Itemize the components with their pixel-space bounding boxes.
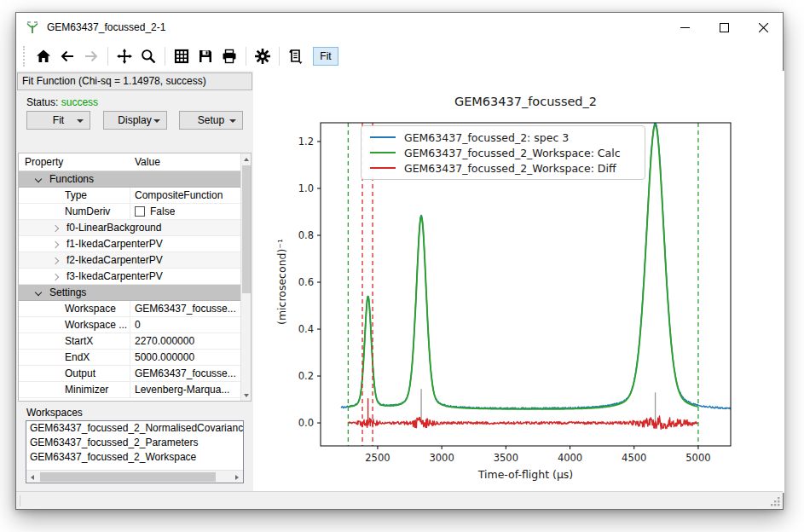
- print-button[interactable]: [217, 45, 241, 67]
- statusbar-divider: [20, 495, 20, 506]
- status-bar: [16, 491, 783, 509]
- value-cell[interactable]: False: [135, 205, 175, 217]
- chevron-right-icon[interactable]: [52, 257, 59, 264]
- value-cell[interactable]: GEM63437_focusse...: [135, 303, 236, 315]
- table-row[interactable]: OutputGEM63437_focusse...: [19, 366, 240, 382]
- y-tick-label: 1.0: [298, 182, 314, 194]
- grid-button[interactable]: [170, 45, 194, 67]
- settings-button[interactable]: [251, 45, 275, 67]
- workspace-list-item[interactable]: GEM63437_focussed_2_Workspace: [26, 450, 243, 465]
- chevron-down-icon: [153, 119, 160, 123]
- legend-line-spec: [370, 136, 396, 138]
- workspaces-list[interactable]: GEM63437_focussed_2_NormalisedCovariance…: [26, 420, 244, 483]
- display-dropdown-label: Display: [118, 114, 151, 126]
- x-tick-label: 4000: [558, 452, 582, 464]
- plot-canvas[interactable]: 2500300035004000450050000.00.20.40.60.81…: [253, 71, 784, 493]
- toolbar-grip[interactable]: [23, 46, 26, 66]
- toolbar: Fit: [16, 42, 783, 71]
- grid-icon: [173, 48, 190, 65]
- y-tick-label: 1.2: [298, 136, 314, 147]
- maximize-button[interactable]: [704, 13, 743, 42]
- table-row[interactable]: Workspace ...0: [19, 317, 240, 333]
- table-row[interactable]: f3-IkedaCarpenterPV: [19, 269, 240, 285]
- legend-label: GEM63437_focussed_2_Workspace: Diff: [404, 162, 616, 175]
- table-row[interactable]: StartX2270.000000: [19, 333, 240, 350]
- y-axis-label: (microsecond)⁻¹: [275, 231, 288, 333]
- scroll-right-arrow[interactable]: [231, 471, 243, 483]
- table-row[interactable]: Settings: [19, 285, 240, 301]
- value-cell[interactable]: 5000.000000: [135, 351, 194, 363]
- workspace-list-item[interactable]: GEM63437_focussed_2_NormalisedCovariance…: [26, 421, 243, 436]
- chevron-down-icon[interactable]: [35, 176, 42, 182]
- y-tick-label: 0.6: [298, 276, 314, 288]
- close-button[interactable]: [743, 13, 783, 42]
- generate-script-icon: [287, 48, 304, 65]
- function-label: f3-IkedaCarpenterPV: [67, 270, 163, 282]
- display-dropdown-button[interactable]: Display: [103, 111, 167, 130]
- forward-button[interactable]: [79, 45, 103, 67]
- back-button[interactable]: [55, 45, 79, 67]
- scroll-left-arrow[interactable]: [26, 471, 38, 483]
- back-arrow-icon: [59, 48, 76, 65]
- scrollbar-thumb[interactable]: [242, 165, 251, 293]
- setup-dropdown-button[interactable]: Setup: [179, 111, 243, 130]
- status-label: Status:: [26, 96, 58, 108]
- value-cell[interactable]: CompositeFunction: [135, 189, 223, 201]
- chevron-right-icon[interactable]: [52, 241, 59, 248]
- table-row[interactable]: EndX5000.000000: [19, 350, 240, 366]
- titlebar[interactable]: GEM63437_focussed_2-1: [16, 13, 783, 42]
- table-row[interactable]: Functions: [19, 171, 240, 188]
- table-row[interactable]: f1-IkedaCarpenterPV: [19, 236, 240, 252]
- maximize-icon: [720, 23, 729, 32]
- chevron-right-icon[interactable]: [52, 225, 59, 232]
- property-cell: EndX: [65, 351, 90, 363]
- plot-title: GEM63437_focussed_2: [321, 95, 731, 108]
- value-cell[interactable]: 2270.000000: [135, 335, 194, 347]
- toolbar-separator: [165, 47, 165, 66]
- toolbar-separator: [279, 47, 280, 66]
- function-label: f0-LinearBackground: [67, 222, 161, 234]
- property-table-header: Property Value: [19, 153, 251, 171]
- table-vertical-scrollbar[interactable]: [240, 153, 251, 401]
- value-cell[interactable]: Levenberg-Marqua...: [135, 384, 229, 396]
- numderiv-checkbox[interactable]: [135, 206, 145, 217]
- plot-legend: GEM63437_focussed_2: spec 3 GEM63437_foc…: [361, 125, 645, 180]
- value-cell[interactable]: 0: [135, 319, 141, 331]
- save-button[interactable]: [194, 45, 217, 67]
- x-tick-label: 3500: [494, 452, 518, 464]
- table-row[interactable]: MinimizerLevenberg-Marqua...: [19, 382, 240, 398]
- scroll-up-arrow[interactable]: [241, 153, 252, 165]
- table-row[interactable]: TypeCompositeFunction: [19, 188, 240, 204]
- generate-script-button[interactable]: [284, 45, 308, 67]
- app-window: GEM63437_focussed_2-1: [15, 12, 784, 510]
- table-row[interactable]: WorkspaceGEM63437_focusse...: [19, 301, 240, 317]
- legend-item-spec: GEM63437_focussed_2: spec 3: [370, 130, 638, 145]
- scroll-down-arrow[interactable]: [241, 390, 252, 401]
- app-icon: [25, 20, 40, 35]
- pan-button[interactable]: [113, 45, 136, 67]
- value-cell[interactable]: GEM63437_focusse...: [135, 367, 236, 379]
- workspace-list-item[interactable]: GEM63437_focussed_2_Parameters: [26, 436, 243, 450]
- table-row[interactable]: f2-IkedaCarpenterPV: [19, 252, 240, 269]
- table-row[interactable]: f0-LinearBackground: [19, 220, 240, 236]
- property-cell: Workspace: [65, 303, 116, 315]
- workspaces-horizontal-scrollbar[interactable]: [26, 470, 243, 483]
- property-cell: Workspace ...: [65, 319, 127, 331]
- x-tick-label: 5000: [685, 452, 710, 464]
- fit-function-header: Fit Function (Chi-sq = 1.14978, success): [17, 72, 252, 90]
- legend-label: GEM63437_focussed_2: spec 3: [404, 131, 569, 144]
- scrollbar-thumb[interactable]: [40, 472, 216, 482]
- setup-dropdown-label: Setup: [198, 114, 224, 126]
- fit-function-panel: Fit Function (Chi-sq = 1.14978, success)…: [16, 71, 253, 493]
- table-row[interactable]: NumDerivFalse: [19, 204, 240, 220]
- fit-toggle-button[interactable]: Fit: [313, 47, 338, 66]
- property-cell: Type: [65, 189, 87, 201]
- zoom-button[interactable]: [136, 45, 160, 67]
- chevron-down-icon[interactable]: [35, 289, 42, 296]
- legend-item-calc: GEM63437_focussed_2_Workspace: Calc: [370, 145, 638, 160]
- chevron-right-icon[interactable]: [52, 274, 59, 280]
- minimize-button[interactable]: [665, 13, 704, 42]
- home-button[interactable]: [32, 45, 55, 67]
- fit-dropdown-button[interactable]: Fit: [26, 111, 90, 130]
- resize-grip[interactable]: [770, 496, 780, 506]
